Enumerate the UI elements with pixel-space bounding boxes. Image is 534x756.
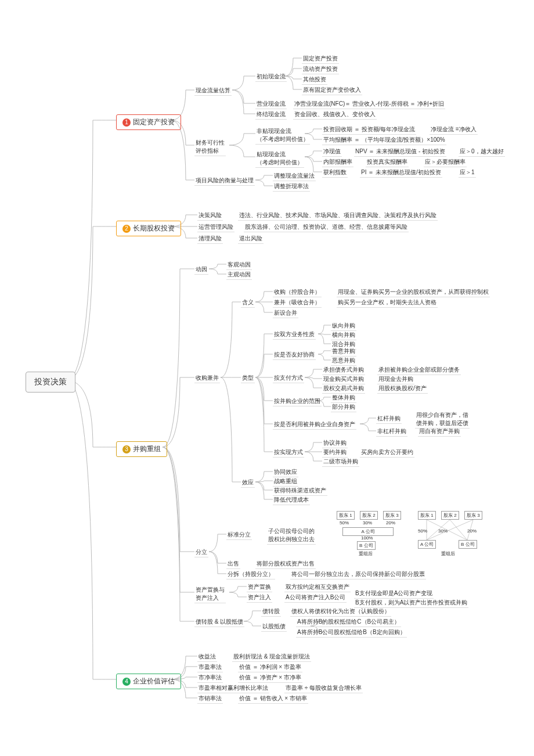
main-1: 1固定资产投资: [116, 114, 181, 130]
main-3-label: 并购重组: [133, 445, 161, 453]
leaf: 投资真实报酬率: [366, 157, 409, 167]
leaf: 整体并购: [331, 393, 356, 403]
dg1-b: B 公司: [357, 541, 376, 550]
leaf: A将所持B的股权抵偿给C（B公司易主）: [296, 617, 401, 627]
dg2-sh3: 股东 3: [464, 511, 482, 520]
leaf: 违法、行业风险、技术风险、市场风险、项目调查风险、决策程序及执行风险: [238, 211, 438, 221]
leaf: 买房向卖方公开要约: [360, 448, 414, 458]
s3-asset: 资产置换与 资产注入: [194, 585, 226, 603]
leaf: 善意并购: [331, 347, 356, 357]
main-2-label: 长期股权投资: [133, 224, 175, 232]
leaf: 股权交易式并购: [322, 384, 365, 394]
leaf: 原有固定资产变价收入: [302, 85, 362, 95]
s1-op-cf: 营业现金流: [255, 99, 287, 109]
leaf: 投资回收期 ＝ 投资额/每年净现金流: [322, 125, 416, 135]
leaf: 价值 ＝ 销售收入 × 市销率: [238, 694, 308, 704]
s1-nondisc: 非贴现现金流 （不考虑时间价值）: [255, 127, 310, 145]
dg2-after: 重组后: [441, 550, 455, 557]
main-1-label: 固定资产投资: [133, 118, 175, 126]
s4-income: 收益法: [197, 652, 217, 662]
leaf: 双方按约定相互交换资产: [284, 582, 351, 592]
s3-ma: 收购兼并: [194, 373, 220, 383]
leaf: 用很少自有资产，借 债并购，获益后还债: [415, 411, 470, 429]
leaf: 平均报酬率 ＝ （平均年现金流/投资额）×100%: [322, 135, 446, 145]
s1-end-cf: 终结现金流: [255, 110, 287, 120]
dg1-p3: 20%: [386, 520, 395, 525]
leaf: 价值 ＝ 净利润 × 市盈率: [238, 663, 302, 672]
leaf: 净现值: [322, 147, 342, 157]
dg2-p1: 50%: [418, 528, 427, 534]
leaf: 按双方业务性质: [273, 330, 316, 340]
dg2-b: B 公司: [459, 540, 477, 549]
leaf: 应＞必要报酬率: [424, 157, 467, 167]
s2-decision-risk: 决策风险: [197, 211, 223, 221]
leaf: 新设合并: [273, 308, 298, 318]
leaf: 协同效应: [273, 467, 298, 477]
leaf: 按并购企业的范围: [273, 397, 322, 406]
leaf: 部分并购: [331, 402, 356, 412]
s4-pe: 市盈率法: [197, 663, 223, 672]
dg1-sh3: 股东 3: [383, 511, 401, 520]
leaf: 承担债务式并购: [322, 365, 365, 375]
leaf: 用自有资产并购: [418, 427, 461, 437]
leaf: 获利指数: [322, 168, 348, 178]
leaf: 横向并购: [331, 330, 356, 340]
leaf: NPV ＝ 未来报酬总现值 - 初始投资: [354, 147, 446, 157]
s3-meaning: 含义: [241, 298, 255, 308]
dg2-p3: 20%: [467, 528, 477, 534]
leaf: 净营业现金流(NFC)＝ 营业收入-付现-所得税 ＝ 净利+折旧: [293, 99, 445, 109]
leaf: 按是否利用被并购企业自身资产: [273, 420, 356, 430]
leaf: 市盈率 ÷ 每股收益复合增长率: [284, 683, 363, 693]
main-2: 2长期股权投资: [116, 221, 181, 236]
leaf: 资金回收、残值收入、变价收入: [293, 110, 377, 120]
root: 投资决策: [26, 372, 75, 393]
leaf: 降低代理成本: [273, 495, 310, 505]
s4-ps: 市销率法: [197, 694, 223, 704]
leaf: 用现金去并购: [377, 375, 414, 384]
leaf: 股利折现法 & 现金流量折现法: [232, 652, 311, 662]
s2-exit-risk: 清理风险: [197, 234, 223, 244]
leaf: 收购（控股合并）: [273, 287, 322, 297]
s1-feasibility: 财务可行性 评价指标: [194, 138, 226, 156]
leaf: 价值 ＝ 净资产 × 市净率: [238, 673, 302, 683]
s1-cashflow: 现金流量估算: [194, 86, 232, 96]
dg1-p2: 30%: [363, 520, 372, 525]
leaf: 应＞1: [459, 168, 476, 178]
main-4-label: 企业价值评估: [133, 677, 175, 685]
leaf: 购买另一企业产权，时期失去法人资格: [337, 298, 438, 308]
leaf: 股东选择、公司治理、投资协议、道德、经营、信息披露等风险: [244, 222, 409, 232]
leaf: 标准分立: [226, 530, 252, 540]
dg1-a: A 公司: [342, 527, 394, 536]
leaf: 内部报酬率: [322, 157, 353, 167]
leaf: 协议并购: [322, 438, 348, 448]
leaf: 流动资产投资: [302, 64, 339, 74]
s3-type: 类型: [241, 373, 255, 383]
leaf: A将所持B公司股权抵偿给B（B定向回购）: [296, 628, 407, 638]
leaf: 调整现金流量法: [273, 171, 316, 181]
leaf: 资产置换: [247, 582, 272, 592]
leaf: 出售: [226, 559, 240, 569]
dg2-p2: 30%: [438, 528, 448, 534]
leaf: 客观动因: [226, 260, 252, 270]
main-4: 4企业价值评估: [116, 674, 181, 689]
leaf: 按是否友好协商: [273, 350, 316, 360]
s4-pb: 市净率法: [197, 673, 223, 683]
leaf: 二级市场并购: [322, 457, 359, 467]
s1-init-cf: 初始现金流: [255, 72, 287, 82]
s3-motive: 动因: [194, 265, 208, 275]
leaf: 纵向并购: [331, 321, 356, 331]
leaf: 退出风险: [238, 234, 264, 244]
s3-effect: 效应: [241, 478, 255, 488]
leaf: PI ＝ 未来报酬总现值/初始投资: [360, 168, 442, 178]
svg-line-4: [427, 520, 473, 540]
dg1-100: 100%: [361, 535, 373, 541]
leaf: 获得特殊渠道或资产: [273, 486, 327, 496]
leaf: 承担被并购企业全部或部分债务: [377, 365, 461, 375]
leaf: 战略重组: [273, 477, 298, 487]
leaf: 将公司一部分独立出去，原公司保持新公司部分股票: [290, 570, 426, 579]
dg1-p1: 50%: [340, 520, 349, 525]
leaf: 债权人将债权转化为出资（认购股份）: [290, 607, 391, 617]
leaf: 现金购买式并购: [322, 375, 365, 384]
dg1-sh1: 股东 1: [337, 511, 355, 520]
leaf: 净现金流 =净收入: [430, 125, 478, 135]
